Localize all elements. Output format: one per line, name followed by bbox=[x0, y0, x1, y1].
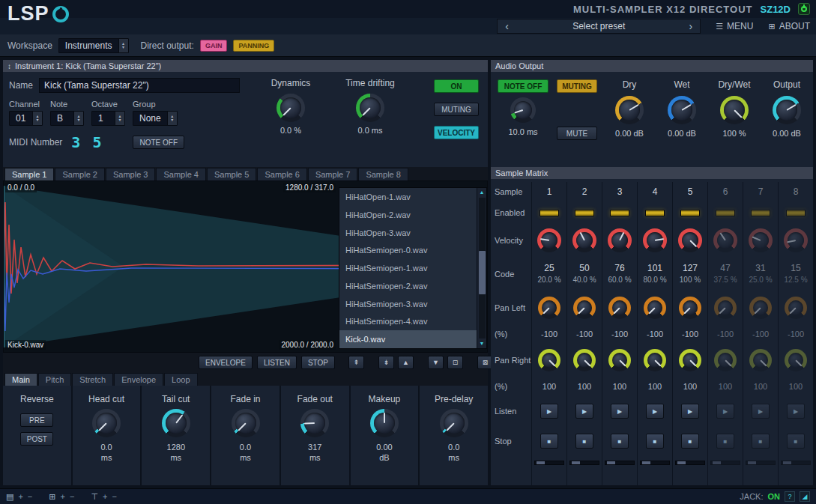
enabled-led[interactable] bbox=[575, 210, 594, 216]
instrument-velocity-button[interactable]: VELOCITY bbox=[434, 126, 479, 139]
listen-sample-button[interactable]: ▶ bbox=[681, 404, 699, 419]
pan-left-knob[interactable] bbox=[573, 297, 596, 319]
sample-gain-fader[interactable] bbox=[605, 461, 635, 465]
selector-combo[interactable]: 1 ▴▾ bbox=[91, 111, 125, 126]
pan-right-knob[interactable] bbox=[644, 349, 666, 371]
waveform-display[interactable]: 0.0 / 0.0 1280.0 / 317.0 Kick-0.wav 2000… bbox=[3, 180, 488, 353]
stop-sample-button[interactable]: ■ bbox=[787, 434, 805, 449]
dynamics-knob[interactable] bbox=[276, 94, 305, 122]
instrument-name-input[interactable]: Kick (Tama Superstar 22") bbox=[39, 78, 240, 93]
param-knob[interactable] bbox=[92, 409, 121, 437]
wave-tool-button[interactable]: ▼ bbox=[428, 356, 444, 369]
sample-tab[interactable]: Sample 6 bbox=[257, 168, 306, 180]
edit-tab[interactable]: Loop bbox=[164, 373, 197, 386]
remove-button[interactable]: − bbox=[70, 492, 74, 501]
sample-tab[interactable]: Sample 4 bbox=[156, 168, 205, 180]
pan-right-knob[interactable] bbox=[573, 349, 596, 371]
pan-left-knob[interactable] bbox=[538, 297, 560, 319]
wave-tool-button[interactable]: ⇟ bbox=[378, 356, 394, 369]
stop-sample-button[interactable]: ■ bbox=[611, 434, 629, 449]
about-button[interactable]: ⊞ ABOUT bbox=[768, 21, 810, 31]
pan-left-knob[interactable] bbox=[679, 297, 701, 319]
sample-tab[interactable]: Sample 8 bbox=[358, 168, 408, 180]
workspace-select[interactable]: Instruments ▴▾ bbox=[58, 38, 129, 53]
reverse-pre-button[interactable]: PRE bbox=[20, 413, 53, 427]
list-icon[interactable]: ⊞ bbox=[49, 492, 55, 502]
velocity-knob[interactable] bbox=[572, 228, 596, 252]
file-list-item[interactable]: HiHatOpen-2.wav bbox=[339, 206, 477, 224]
note-off-button[interactable]: NOTE OFF bbox=[133, 136, 184, 149]
preset-label[interactable]: Select preset bbox=[572, 21, 625, 31]
param-knob[interactable] bbox=[232, 409, 260, 437]
stop-sample-button[interactable]: ■ bbox=[716, 434, 734, 449]
file-list-item[interactable]: HiHatSemiopen-4.wav bbox=[339, 312, 477, 330]
listen-sample-button[interactable]: ▶ bbox=[752, 404, 770, 419]
stop-sample-button[interactable]: ■ bbox=[681, 434, 699, 449]
wave-tool-button[interactable]: ⊡ bbox=[447, 356, 463, 369]
enabled-led[interactable] bbox=[716, 210, 735, 216]
menu-button[interactable]: ☰ MENU bbox=[716, 21, 753, 31]
pan-right-knob[interactable] bbox=[538, 349, 560, 371]
preset-prev-button[interactable]: ‹ bbox=[505, 20, 509, 32]
pan-left-knob[interactable] bbox=[785, 297, 807, 319]
output-knob[interactable] bbox=[615, 96, 644, 124]
panning-toggle[interactable]: PANNING bbox=[233, 40, 274, 52]
param-knob[interactable] bbox=[440, 409, 468, 437]
reverse-post-button[interactable]: POST bbox=[20, 432, 53, 446]
sample-gain-fader[interactable] bbox=[569, 461, 599, 465]
output-knob[interactable] bbox=[720, 96, 749, 124]
listen-sample-button[interactable]: ▶ bbox=[611, 404, 629, 419]
sample-tab[interactable]: Sample 1 bbox=[4, 168, 54, 180]
pan-right-knob[interactable] bbox=[749, 349, 772, 371]
file-list-item[interactable]: HiHatSemiopen-3.wav bbox=[339, 295, 477, 313]
velocity-knob[interactable] bbox=[537, 228, 561, 252]
file-list-item[interactable]: HiHatSemiopen-1.wav bbox=[339, 259, 477, 277]
velocity-knob[interactable] bbox=[713, 228, 737, 252]
output-knob[interactable] bbox=[773, 96, 801, 124]
file-list-item[interactable]: HiHatSemiopen-0.wav bbox=[339, 241, 477, 259]
edit-tab[interactable]: Main bbox=[4, 373, 37, 386]
sample-tab[interactable]: Sample 5 bbox=[207, 168, 256, 180]
enabled-led[interactable] bbox=[610, 210, 629, 216]
enabled-led[interactable] bbox=[540, 210, 559, 216]
pan-left-knob[interactable] bbox=[644, 297, 666, 319]
stop-button[interactable]: STOP bbox=[301, 356, 335, 369]
stop-sample-button[interactable]: ■ bbox=[540, 434, 558, 449]
resize-icon[interactable]: ◢ bbox=[800, 491, 810, 502]
pan-right-knob[interactable] bbox=[714, 349, 737, 371]
sample-gain-fader[interactable] bbox=[640, 461, 670, 465]
velocity-knob[interactable] bbox=[678, 228, 702, 252]
listen-sample-button[interactable]: ▶ bbox=[646, 404, 664, 419]
ao-note-off-button[interactable]: NOTE OFF bbox=[498, 79, 549, 93]
gain-toggle[interactable]: GAIN bbox=[200, 40, 228, 52]
ao-fade-knob[interactable] bbox=[510, 97, 536, 123]
instrument-on-button[interactable]: ON bbox=[434, 79, 479, 93]
wave-tool-button[interactable]: ⇞ bbox=[348, 356, 364, 369]
enabled-led[interactable] bbox=[645, 210, 665, 216]
edit-tab[interactable]: Pitch bbox=[38, 373, 71, 386]
scroll-down-icon[interactable]: ▼ bbox=[480, 339, 485, 348]
preset-next-button[interactable]: › bbox=[689, 20, 693, 32]
velocity-knob[interactable] bbox=[784, 228, 808, 252]
ao-muting-button[interactable]: MUTING bbox=[557, 79, 597, 93]
velocity-knob[interactable] bbox=[749, 228, 773, 252]
envelope-button[interactable]: ENVELOPE bbox=[199, 356, 253, 369]
remove-button[interactable]: − bbox=[28, 492, 32, 501]
time-drifting-knob[interactable] bbox=[356, 94, 384, 122]
pan-right-knob[interactable] bbox=[785, 349, 807, 371]
selector-combo[interactable]: None ▴▾ bbox=[133, 111, 178, 126]
list-icon[interactable]: ⊤ bbox=[91, 492, 98, 502]
output-knob[interactable] bbox=[668, 96, 696, 124]
scroll-thumb[interactable] bbox=[479, 251, 486, 294]
enabled-led[interactable] bbox=[751, 210, 770, 216]
stop-sample-button[interactable]: ■ bbox=[646, 434, 664, 449]
listen-sample-button[interactable]: ▶ bbox=[787, 404, 805, 419]
file-list-item[interactable]: HiHatSemiopen-2.wav bbox=[339, 277, 477, 295]
wave-tool-button[interactable]: ▲ bbox=[398, 356, 414, 369]
scroll-track[interactable] bbox=[479, 198, 486, 338]
sample-tab[interactable]: Sample 3 bbox=[106, 168, 155, 180]
listen-sample-button[interactable]: ▶ bbox=[540, 404, 558, 419]
pan-right-knob[interactable] bbox=[679, 349, 701, 371]
param-knob[interactable] bbox=[300, 409, 329, 437]
enabled-led[interactable] bbox=[786, 210, 806, 216]
